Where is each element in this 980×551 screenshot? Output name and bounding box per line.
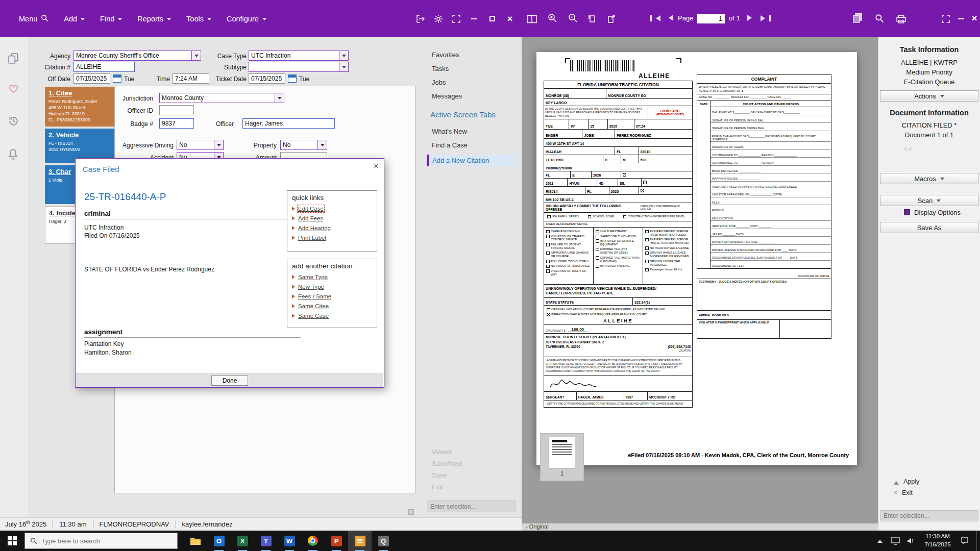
off-date-input[interactable] xyxy=(74,73,110,84)
menu-menu[interactable]: Menu xyxy=(19,14,48,23)
minimize-button[interactable] xyxy=(470,14,479,24)
bell-icon[interactable] xyxy=(8,148,21,161)
close-button[interactable]: × xyxy=(970,13,979,23)
start-button[interactable] xyxy=(0,531,24,551)
taskbar-search[interactable] xyxy=(24,533,178,549)
zoom-out-icon[interactable] xyxy=(568,13,578,23)
dropdown-arrow-icon[interactable] xyxy=(275,93,284,103)
add-citation-link[interactable]: Same Type xyxy=(298,274,328,280)
show-desktop-button[interactable] xyxy=(976,531,980,551)
display-options-label[interactable]: Display Options xyxy=(914,209,961,216)
sign-out-icon[interactable] xyxy=(416,14,425,24)
quick-link[interactable]: Add Fees xyxy=(298,215,323,221)
teams-icon[interactable]: T xyxy=(254,531,278,551)
subtype-dropdown[interactable] xyxy=(249,62,349,72)
menu-configure[interactable]: Configure xyxy=(227,15,266,23)
dropdown-arrow-icon[interactable] xyxy=(214,140,223,149)
quick-link[interactable]: Print Label xyxy=(298,235,326,241)
maximize-button[interactable] xyxy=(487,14,497,24)
menu-reports[interactable]: Reports xyxy=(137,15,171,23)
apply-button[interactable]: Apply xyxy=(894,478,919,485)
heart-icon[interactable] xyxy=(8,83,21,96)
resize-grip[interactable] xyxy=(408,509,414,515)
dropdown-arrow-icon[interactable] xyxy=(317,140,327,149)
property-dropdown[interactable]: No xyxy=(280,140,327,150)
page-number-input[interactable] xyxy=(697,14,725,23)
calendar-icon[interactable] xyxy=(288,74,297,83)
minimize-button[interactable] xyxy=(957,14,966,24)
officer-input[interactable] xyxy=(242,118,335,129)
agency-dropdown[interactable]: Monroe County Sheriff's Office xyxy=(74,51,201,61)
officer-id-input[interactable] xyxy=(159,105,194,115)
search-icon[interactable] xyxy=(41,14,48,23)
menu-add[interactable]: Add xyxy=(64,15,85,23)
jurisdiction-dropdown[interactable]: Monroe County xyxy=(159,93,284,103)
case-type-dropdown[interactable]: UTC Infraction xyxy=(249,51,349,61)
close-button[interactable]: × xyxy=(505,14,514,24)
menu-tools[interactable]: Tools xyxy=(186,15,211,23)
case-number-link[interactable]: 25-TR-016440-A-P xyxy=(84,191,166,203)
active-tab-add-new-citation[interactable]: Add a New Citation xyxy=(427,155,517,166)
done-button[interactable]: Done xyxy=(211,375,248,386)
dropdown-arrow-icon[interactable] xyxy=(191,51,201,60)
dropdown-arrow-icon[interactable] xyxy=(339,62,348,71)
rotate-page-icon[interactable] xyxy=(587,13,597,23)
ticket-date-input[interactable] xyxy=(249,73,285,84)
selection-input[interactable] xyxy=(427,500,516,512)
menu-find[interactable]: Find xyxy=(100,15,122,23)
quick-link[interactable]: Add Hearing xyxy=(298,225,331,231)
citation-number-input[interactable] xyxy=(74,62,135,72)
dropdown-arrow-icon[interactable] xyxy=(339,51,348,60)
calendar-icon[interactable] xyxy=(113,74,121,83)
history-icon[interactable] xyxy=(8,115,21,129)
gear-icon[interactable] xyxy=(434,14,443,24)
q-app-icon[interactable]: Q xyxy=(372,531,395,551)
tray-chevron-up-icon[interactable] xyxy=(872,531,888,551)
macros-button[interactable]: Macros xyxy=(880,173,978,184)
nav-link[interactable]: Find a Case xyxy=(432,141,468,149)
scan-button[interactable]: Scan xyxy=(880,195,978,206)
add-citation-link[interactable]: Same Citee xyxy=(298,303,329,309)
tab-citee[interactable]: 1. Citee Perez Rodriguez, Ender405 W 11t… xyxy=(45,87,114,127)
network-icon[interactable] xyxy=(888,531,903,551)
nav-link[interactable]: What's New xyxy=(432,128,468,135)
word-icon[interactable]: W xyxy=(278,531,301,551)
print-icon[interactable] xyxy=(896,14,906,24)
close-icon[interactable]: × xyxy=(374,161,379,171)
volume-icon[interactable] xyxy=(903,531,918,551)
chrome-icon[interactable] xyxy=(301,531,325,551)
file-explorer-icon[interactable] xyxy=(184,531,207,551)
document-viewer-canvas[interactable]: ALLEIHE FLORIDA UNIFORM TRAFFIC CITATION… xyxy=(522,37,878,523)
quick-link[interactable]: Edit Case xyxy=(298,206,324,212)
fullscreen-icon[interactable] xyxy=(941,14,950,24)
outlook-icon[interactable]: O xyxy=(207,531,231,551)
taskbar-clock[interactable]: 11:30 AM 7/16/2025 xyxy=(918,533,957,548)
save-as-button[interactable]: Save As xyxy=(880,222,978,233)
citation-app-icon[interactable] xyxy=(348,531,372,551)
export-page-icon[interactable] xyxy=(607,13,616,23)
nav-link[interactable]: Messages xyxy=(432,92,462,100)
page-thumbnail[interactable] xyxy=(549,437,575,468)
excel-icon[interactable]: X xyxy=(231,531,254,551)
clipboard-icon[interactable] xyxy=(8,53,21,66)
fullscreen-icon[interactable] xyxy=(452,14,461,24)
add-citation-link[interactable]: Same Case xyxy=(298,313,329,319)
copy-pages-icon[interactable] xyxy=(852,13,863,23)
display-options-checkbox[interactable] xyxy=(904,209,910,215)
first-page-button[interactable] xyxy=(650,15,660,21)
actions-button[interactable]: Actions xyxy=(880,90,978,102)
exit-button[interactable]: ×Exit xyxy=(894,489,913,496)
nav-link[interactable]: Jobs xyxy=(432,79,462,86)
powerpoint-icon[interactable]: P xyxy=(325,531,348,551)
taskbar-search-input[interactable] xyxy=(41,537,172,545)
aggressive-driving-dropdown[interactable]: No xyxy=(177,140,224,150)
badge-input[interactable] xyxy=(159,118,194,129)
add-citation-link[interactable]: New Type xyxy=(298,284,324,290)
nav-link[interactable]: Tasks xyxy=(432,65,462,72)
side-by-side-icon[interactable] xyxy=(527,14,537,24)
zoom-in-icon[interactable] xyxy=(547,13,557,23)
previous-page-button[interactable] xyxy=(666,15,673,21)
next-page-button[interactable] xyxy=(747,15,755,21)
nav-link[interactable]: Favorites xyxy=(432,51,462,59)
last-page-button[interactable] xyxy=(761,15,771,21)
